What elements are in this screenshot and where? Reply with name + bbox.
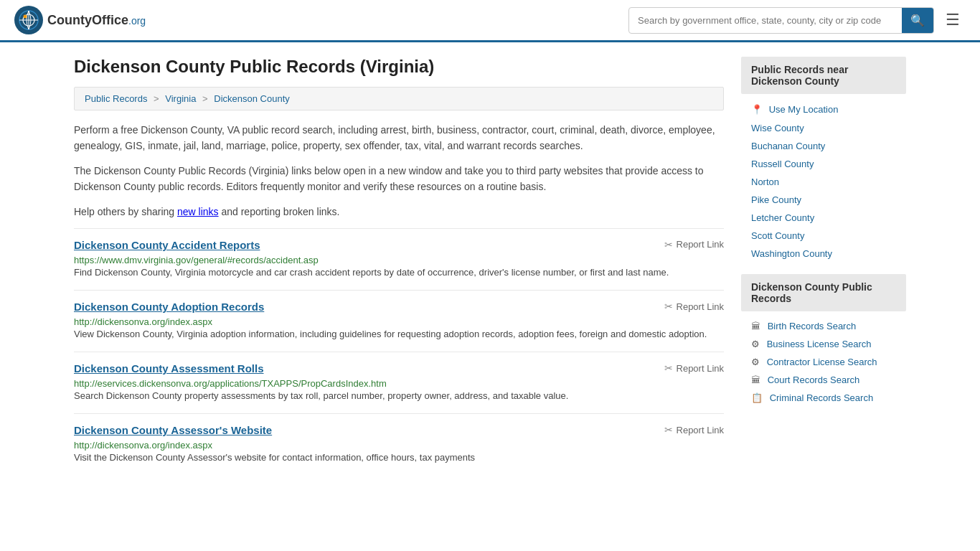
sidebar-item-birth: 🏛 Birth Records Search [741,317,906,335]
sidebar-link-birth[interactable]: Birth Records Search [768,321,857,331]
breadcrumb-dickenson[interactable]: Dickenson County [214,93,290,104]
record-entry-assessor: Dickenson County Assessor's Website ✂ Re… [74,413,724,475]
report-icon-adoption: ✂ [664,301,673,312]
breadcrumb-sep-2: > [202,93,210,104]
sidebar-link-court[interactable]: Court Records Search [768,375,860,385]
sidebar-public-records-header: Dickenson County Public Records [741,274,906,311]
sidebar-link-criminal[interactable]: Criminal Records Search [770,392,874,403]
court-icon: 🏛 [751,375,760,385]
sidebar-nearby-header: Public Records near Dickenson County [741,57,906,94]
sidebar-item-court: 🏛 Court Records Search [741,371,906,389]
main-content: Dickenson County Public Records (Virgini… [74,57,724,476]
record-title-accident[interactable]: Dickenson County Accident Reports [74,239,260,251]
record-title-adoption[interactable]: Dickenson County Adoption Records [74,301,264,313]
breadcrumb: Public Records > Virginia > Dickenson Co… [74,87,724,110]
report-icon-assessment: ✂ [664,362,673,374]
contractor-icon: ⚙ [751,357,760,367]
logo-icon [14,6,43,34]
logo-area: CountyOffice.org [14,6,146,34]
sidebar-link-business[interactable]: Business License Search [767,339,872,349]
record-url-assessment[interactable]: http://eservices.dickensonva.org/applica… [74,378,387,389]
menu-icon[interactable]: ☰ [940,8,966,32]
sidebar-link-washington[interactable]: Washington County [751,248,832,259]
record-desc-adoption: View Dickenson County, Virginia adoption… [74,327,724,342]
sidebar-link-scott[interactable]: Scott County [751,230,804,241]
record-url-assessor[interactable]: http://dickensonva.org/index.aspx [74,440,212,451]
svg-point-4 [24,15,27,19]
search-area: 🔍 ☰ [628,7,966,34]
record-desc-assessor: Visit the Dickenson County Assessor's we… [74,451,724,465]
report-link-assessor[interactable]: ✂ Report Link [664,424,724,435]
sidebar-item-pike: Pike County [741,191,906,209]
report-link-accident[interactable]: ✂ Report Link [664,239,724,250]
sidebar-link-buchanan[interactable]: Buchanan County [751,141,825,151]
sidebar-item-washington: Washington County [741,245,906,263]
sidebar-nearby-section: Public Records near Dickenson County 📍 U… [741,57,906,263]
use-location[interactable]: 📍 Use My Location [741,100,906,119]
sidebar-item-russell: Russell County [741,155,906,173]
sidebar-item-letcher: Letcher County [741,209,906,227]
report-icon-accident: ✂ [664,239,673,250]
location-pin-icon: 📍 [751,104,763,115]
breadcrumb-virginia[interactable]: Virginia [165,93,196,104]
new-links-link[interactable]: new links [177,206,219,217]
record-header-accident: Dickenson County Accident Reports ✂ Repo… [74,239,724,251]
criminal-icon: 📋 [751,392,763,403]
sidebar-link-norton[interactable]: Norton [751,176,779,187]
page-container: Dickenson County Public Records (Virgini… [60,42,920,490]
record-title-assessment[interactable]: Dickenson County Assessment Rolls [74,362,264,375]
sidebar-item-scott: Scott County [741,227,906,245]
record-desc-accident: Find Dickenson County, Virginia motorcyc… [74,265,724,280]
intro-paragraph-2: The Dickenson County Public Records (Vir… [74,163,724,195]
record-entry-assessment: Dickenson County Assessment Rolls ✂ Repo… [74,352,724,413]
record-header-adoption: Dickenson County Adoption Records ✂ Repo… [74,301,724,313]
search-box: 🔍 [628,7,934,34]
record-entry-adoption: Dickenson County Adoption Records ✂ Repo… [74,290,724,352]
record-url-adoption[interactable]: http://dickensonva.org/index.aspx [74,316,212,327]
record-header-assessor: Dickenson County Assessor's Website ✂ Re… [74,424,724,436]
site-header: CountyOffice.org 🔍 ☰ [0,0,980,42]
birth-icon: 🏛 [751,321,760,331]
sidebar-link-contractor[interactable]: Contractor License Search [767,357,877,367]
record-header-assessment: Dickenson County Assessment Rolls ✂ Repo… [74,362,724,375]
sidebar-public-records-section: Dickenson County Public Records 🏛 Birth … [741,274,906,407]
sidebar-link-wise[interactable]: Wise County [751,123,804,133]
search-input[interactable] [629,10,902,31]
record-desc-assessment: Search Dickenson County property assessm… [74,389,724,403]
sidebar-link-pike[interactable]: Pike County [751,194,801,205]
sidebar-item-norton: Norton [741,173,906,191]
sidebar: Public Records near Dickenson County 📍 U… [741,57,906,476]
record-url-accident[interactable]: https://www.dmv.virginia.gov/general/#re… [74,255,319,265]
report-link-assessment[interactable]: ✂ Report Link [664,362,724,374]
breadcrumb-sep-1: > [154,93,161,104]
intro-paragraph-3: Help others by sharing new links and rep… [74,204,724,220]
sidebar-item-criminal: 📋 Criminal Records Search [741,389,906,407]
record-entry-accident: Dickenson County Accident Reports ✂ Repo… [74,228,724,290]
breadcrumb-public-records[interactable]: Public Records [85,93,147,104]
report-icon-assessor: ✂ [664,424,673,435]
page-title: Dickenson County Public Records (Virgini… [74,57,724,77]
sidebar-link-letcher[interactable]: Letcher County [751,212,814,223]
sidebar-link-russell[interactable]: Russell County [751,159,814,169]
sidebar-item-buchanan: Buchanan County [741,137,906,155]
business-icon: ⚙ [751,339,760,349]
logo-text: CountyOffice.org [47,13,146,28]
sidebar-item-contractor: ⚙ Contractor License Search [741,353,906,371]
sidebar-item-wise: Wise County [741,119,906,137]
search-button[interactable]: 🔍 [902,8,933,33]
sidebar-item-business: ⚙ Business License Search [741,335,906,353]
record-title-assessor[interactable]: Dickenson County Assessor's Website [74,424,272,436]
intro-paragraph-1: Perform a free Dickenson County, VA publ… [74,122,724,154]
report-link-adoption[interactable]: ✂ Report Link [664,301,724,312]
